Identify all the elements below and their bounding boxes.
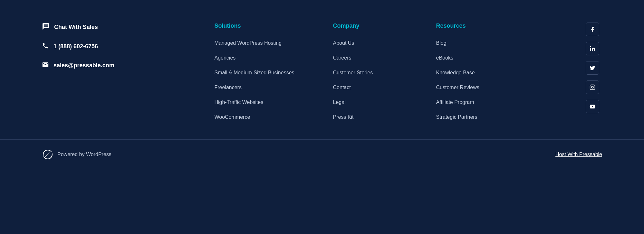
svg-point-2 xyxy=(591,86,593,88)
email-item[interactable]: sales@pressable.com xyxy=(42,61,132,70)
email-icon xyxy=(42,61,49,70)
company-column: Company About Us Careers Customer Storie… xyxy=(333,23,398,120)
company-link-0[interactable]: About Us xyxy=(333,40,398,46)
wordpress-logo-icon xyxy=(42,149,53,160)
contact-column: Chat With Sales 1 (888) 602-6756 sales@p… xyxy=(42,23,132,70)
powered-by-label: Powered by WordPress xyxy=(57,152,111,157)
solutions-title: Solutions xyxy=(214,23,294,29)
company-link-3[interactable]: Contact xyxy=(333,85,398,90)
resources-title: Resources xyxy=(436,23,501,29)
company-link-5[interactable]: Press Kit xyxy=(333,114,398,120)
chat-with-sales-item[interactable]: Chat With Sales xyxy=(42,23,132,32)
footer-main: Chat With Sales 1 (888) 602-6756 sales@p… xyxy=(0,0,644,139)
phone-label: 1 (888) 602-6756 xyxy=(53,43,98,50)
facebook-icon[interactable] xyxy=(586,23,599,36)
youtube-icon[interactable] xyxy=(586,100,599,113)
solutions-column: Solutions Managed WordPress Hosting Agen… xyxy=(214,23,294,120)
social-column xyxy=(583,23,602,113)
phone-icon xyxy=(42,42,49,51)
solutions-link-0[interactable]: Managed WordPress Hosting xyxy=(214,40,294,46)
nav-columns: Solutions Managed WordPress Hosting Agen… xyxy=(132,23,583,120)
resources-link-2[interactable]: Knowledge Base xyxy=(436,70,501,76)
resources-link-3[interactable]: Customer Reviews xyxy=(436,85,501,90)
company-link-1[interactable]: Careers xyxy=(333,55,398,61)
twitter-icon[interactable] xyxy=(586,61,599,75)
email-label: sales@pressable.com xyxy=(53,62,114,69)
company-link-2[interactable]: Customer Stories xyxy=(333,70,398,76)
linkedin-icon[interactable] xyxy=(586,42,599,55)
powered-by-wordpress: Powered by WordPress xyxy=(42,149,111,160)
footer-bottom: Powered by WordPress Host With Pressable xyxy=(0,139,644,169)
solutions-link-2[interactable]: Small & Medium-Sized Businesses xyxy=(214,70,294,76)
chat-icon xyxy=(42,23,50,32)
chat-label: Chat With Sales xyxy=(54,24,98,31)
phone-item[interactable]: 1 (888) 602-6756 xyxy=(42,42,132,51)
resources-link-0[interactable]: Blog xyxy=(436,40,501,46)
resources-link-4[interactable]: Affiliate Program xyxy=(436,99,501,105)
svg-rect-1 xyxy=(590,85,595,90)
resources-link-5[interactable]: Strategic Partners xyxy=(436,114,501,120)
resources-column: Resources Blog eBooks Knowledge Base Cus… xyxy=(436,23,501,120)
resources-link-1[interactable]: eBooks xyxy=(436,55,501,61)
instagram-icon[interactable] xyxy=(586,80,599,94)
solutions-link-3[interactable]: Freelancers xyxy=(214,85,294,90)
solutions-link-5[interactable]: WooCommerce xyxy=(214,114,294,120)
company-title: Company xyxy=(333,23,398,29)
company-link-4[interactable]: Legal xyxy=(333,99,398,105)
svg-point-0 xyxy=(590,46,591,47)
solutions-link-1[interactable]: Agencies xyxy=(214,55,294,61)
solutions-link-4[interactable]: High-Traffic Websites xyxy=(214,99,294,105)
host-with-pressable-link[interactable]: Host With Pressable xyxy=(555,152,602,157)
